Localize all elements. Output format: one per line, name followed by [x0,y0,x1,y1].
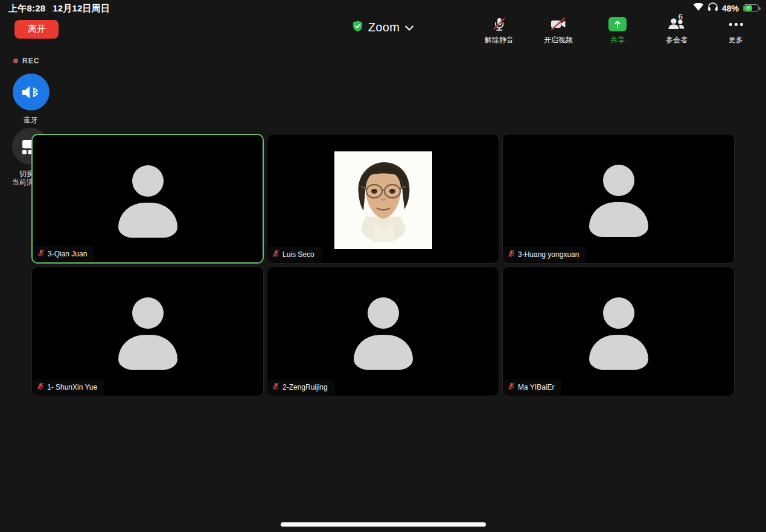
meeting-toolbar: 离开 Zoom 解除 [0,16,766,49]
mic-muted-icon [508,249,515,260]
avatar-placeholder [118,297,178,364]
video-tile-zengruijing[interactable]: 2-ZengRuijing [267,267,499,396]
participant-name-tag: Luis Seco [268,247,322,262]
participant-name-tag: 3-Qian Juan [33,246,94,262]
toolbar-actions: 解除静音 开启视频 共享 [477,16,758,45]
ellipsis-icon [729,16,743,33]
start-video-button[interactable]: 开启视频 [537,16,580,45]
participant-name: Luis Seco [282,250,314,259]
video-tile-luis-seco[interactable]: Luis Seco [267,134,499,264]
ios-status-bar: 上午8:28 12月12日周日 48% ⚡ [0,0,766,16]
chevron-down-icon [405,22,413,33]
participants-button[interactable]: 6 参会者 [655,16,698,45]
audio-route-label: 蓝牙 [24,115,38,125]
participant-name: 3-Qian Juan [48,250,87,258]
avatar-placeholder [118,165,178,232]
app-title: Zoom [368,21,400,34]
wifi-icon [693,3,704,14]
more-button[interactable]: 更多 [714,16,758,45]
participant-name-tag: Ma YIBaiEr [503,379,561,395]
headphones-icon [708,2,718,14]
recording-label: REC [22,57,39,65]
status-date: 12月12日周日 [53,3,110,14]
participant-name: 3-Huang yongxuan [518,250,579,259]
video-tile-qian-juan[interactable]: 3-Qian Juan [31,134,264,264]
video-grid: 3-Qian Juan [31,134,735,396]
home-indicator-bar[interactable] [281,522,486,527]
camera-off-icon [549,16,567,33]
status-time: 上午8:28 [8,3,45,14]
zoom-meeting-screen: 上午8:28 12月12日周日 48% ⚡ 离开 Zoom [0,0,766,532]
battery-charging-icon: ⚡ [743,4,759,12]
participant-name-tag: 3-Huang yongxuan [503,247,586,262]
mic-muted-icon [37,249,45,259]
people-icon: 6 [667,16,686,33]
participants-count-badge: 6 [678,12,683,21]
participant-name: Ma YIBaiEr [518,383,554,391]
unmute-button[interactable]: 解除静音 [477,16,521,45]
avatar-placeholder [589,297,649,364]
more-label: 更多 [729,35,743,45]
video-tile-shunxin-yue[interactable]: 1- ShunXin Yue [31,267,264,396]
start-video-label: 开启视频 [544,35,573,45]
participant-name-tag: 1- ShunXin Yue [33,379,104,395]
share-up-arrow-icon [608,16,627,33]
mic-muted-icon [491,16,507,33]
video-tile-ma-yibaier[interactable]: Ma YIBaiEr [502,267,735,396]
audio-route-button[interactable]: 蓝牙 [12,74,49,125]
participant-name: 1- ShunXin Yue [47,383,97,391]
shield-check-icon [353,21,363,34]
recording-indicator: REC [13,57,39,65]
participant-video [334,151,432,249]
avatar-placeholder [353,297,413,364]
mic-muted-icon [272,382,279,393]
recording-dot-icon [13,59,18,63]
unmute-label: 解除静音 [485,35,514,45]
participant-name: 2-ZengRuijing [282,383,328,391]
battery-percent: 48% [722,4,739,13]
share-label: 共享 [610,35,625,45]
share-button[interactable]: 共享 [596,16,639,45]
participants-label: 参会者 [666,35,688,45]
avatar-placeholder [589,165,649,231]
mic-muted-icon [37,382,44,393]
mic-muted-icon [508,382,515,393]
mic-muted-icon [272,249,279,260]
video-tile-huang-yongxuan[interactable]: 3-Huang yongxuan [502,134,735,264]
speaker-bluetooth-icon [13,74,49,110]
participant-name-tag: 2-ZengRuijing [268,379,335,395]
